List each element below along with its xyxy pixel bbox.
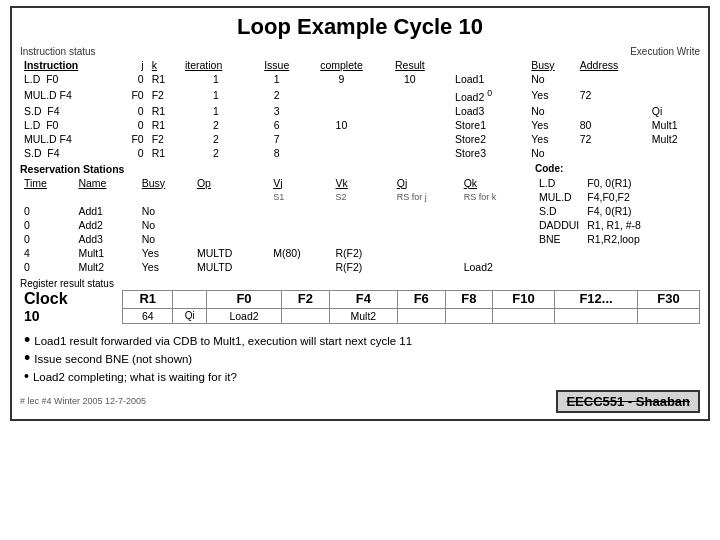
reg-val-f12 bbox=[554, 308, 637, 323]
instruction-table: Instruction j k iteration Issue complete… bbox=[20, 58, 700, 160]
reg-val-f0: Load2 bbox=[206, 308, 281, 323]
col-busy: Busy bbox=[527, 58, 576, 72]
reg-header-f12: F12... bbox=[554, 290, 637, 308]
bullet-text-3: Load2 completing; what is waiting for it… bbox=[33, 368, 237, 386]
table-row: MUL.D F4 F0 F2 1 2 Load2 0 Yes 72 bbox=[20, 86, 700, 104]
reg-header-blank bbox=[173, 290, 206, 308]
bullet-item-3: • Load2 completing; what is waiting for … bbox=[24, 368, 700, 386]
reg-header-f2: F2 bbox=[282, 290, 330, 308]
code-label: Code: bbox=[535, 163, 700, 174]
reg-val-r1: 64 bbox=[123, 308, 173, 323]
footer: # lec #4 Winter 2005 12-7-2005 EECC551 -… bbox=[20, 390, 700, 413]
bullet-dot-1: • bbox=[24, 332, 30, 348]
page-title: Loop Example Cycle 10 bbox=[20, 14, 700, 40]
code-row: BNE R1,R2,loop bbox=[535, 232, 645, 246]
reg-val-f10 bbox=[493, 308, 555, 323]
bullet-text-1: Load1 result forwarded via CDB to Mult1,… bbox=[34, 332, 412, 350]
instruction-status-label: Instruction status bbox=[20, 46, 96, 57]
rs-row: 4 Mult1 Yes MULTD M(80) R(F2) bbox=[20, 246, 531, 260]
reg-val-f8 bbox=[445, 308, 493, 323]
register-section: Register result status Clock R1 F0 F2 F4… bbox=[20, 278, 700, 324]
reg-val-f4: Mult2 bbox=[329, 308, 397, 323]
col-j: j bbox=[116, 58, 147, 72]
rs-row: 0 Add2 No bbox=[20, 218, 531, 232]
reg-val-f2 bbox=[282, 308, 330, 323]
col-extra bbox=[648, 58, 700, 72]
reg-header-f30: F30 bbox=[638, 290, 700, 308]
execution-write-label: Execution Write bbox=[630, 46, 700, 57]
col-k: k bbox=[148, 58, 181, 72]
bullet-dot-2: • bbox=[24, 350, 30, 366]
table-row: L.D F0 0 R1 1 1 9 10 Load1 No bbox=[20, 72, 700, 86]
col-result: Result bbox=[381, 58, 439, 72]
rs-row: 0 Mult2 Yes MULTD R(F2) Load2 bbox=[20, 260, 531, 274]
reg-header-clock: Clock bbox=[20, 290, 123, 308]
eecc-box: EECC551 - Shaaban bbox=[556, 390, 700, 413]
reg-header-f4: F4 bbox=[329, 290, 397, 308]
code-row: DADDUI R1, R1, #-8 bbox=[535, 218, 645, 232]
col-instruction: Instruction bbox=[20, 58, 116, 72]
register-status-label: Register result status bbox=[20, 278, 700, 289]
code-row: L.D F0, 0(R1) bbox=[535, 176, 645, 190]
code-row: S.D F4, 0(R1) bbox=[535, 204, 645, 218]
lec-info: # lec #4 Winter 2005 12-7-2005 bbox=[20, 396, 146, 406]
register-table: Clock R1 F0 F2 F4 F6 F8 F10 F12... F30 1… bbox=[20, 290, 700, 324]
col-iter: iteration bbox=[181, 58, 251, 72]
code-row: MUL.D F4,F0,F2 bbox=[535, 190, 645, 204]
bullets-section: • Load1 result forwarded via CDB to Mult… bbox=[20, 332, 700, 386]
rs-row: 0 Add3 No bbox=[20, 232, 531, 246]
col-complete: complete bbox=[302, 58, 380, 72]
reg-header-f8: F8 bbox=[445, 290, 493, 308]
reg-val-clock: 10 bbox=[20, 308, 123, 323]
bullet-dash-3: • bbox=[24, 368, 29, 384]
code-section: Code: L.D F0, 0(R1) MUL.D F4,F0,F2 S.D F… bbox=[535, 163, 700, 274]
table-row: MUL.D F4 F0 F2 2 7 Store2 Yes 72 Mult2 bbox=[20, 132, 700, 146]
rs-table: Time Name Busy Op Vj Vk Qj Qk S1 S2 RS f… bbox=[20, 176, 531, 274]
rs-row: 0 Add1 No bbox=[20, 204, 531, 218]
reg-val-f30 bbox=[638, 308, 700, 323]
col-address: Address bbox=[576, 58, 648, 72]
reg-val-f6 bbox=[397, 308, 445, 323]
code-table: L.D F0, 0(R1) MUL.D F4,F0,F2 S.D F4, 0(R… bbox=[535, 176, 645, 246]
reg-header-r1: R1 bbox=[123, 290, 173, 308]
reg-header-f10: F10 bbox=[493, 290, 555, 308]
col-issue: Issue bbox=[251, 58, 302, 72]
table-row: S.D F4 0 R1 2 8 Store3 No bbox=[20, 146, 700, 160]
rs-section: Reservation Stations Time Name Busy Op V… bbox=[20, 163, 531, 274]
table-row: S.D F4 0 R1 1 3 Load3 No Qi bbox=[20, 104, 700, 118]
bullet-text-2: Issue second BNE (not shown) bbox=[34, 350, 192, 368]
bullet-item-1: • Load1 result forwarded via CDB to Mult… bbox=[24, 332, 700, 350]
reg-header-f6: F6 bbox=[397, 290, 445, 308]
rs-label: Reservation Stations bbox=[20, 163, 531, 175]
bullet-item-2: • Issue second BNE (not shown) bbox=[24, 350, 700, 368]
reg-header-f0: F0 bbox=[206, 290, 281, 308]
table-row: L.D F0 0 R1 2 6 10 Store1 Yes 80 Mult1 bbox=[20, 118, 700, 132]
main-container: Loop Example Cycle 10 Instruction status… bbox=[10, 6, 710, 421]
col-load bbox=[439, 58, 527, 72]
reg-val-qi: Qi bbox=[173, 308, 206, 323]
